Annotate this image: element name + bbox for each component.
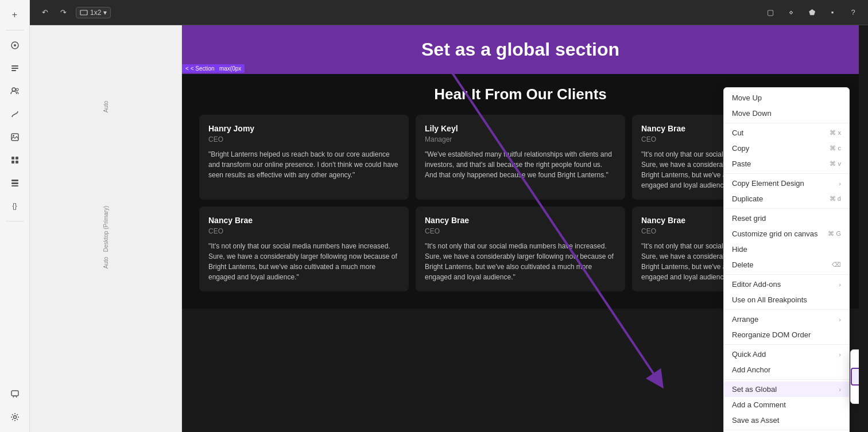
toolbar-history: ↶ ↷ [37, 5, 71, 21]
menu-item-customize-grid[interactable]: Customize grid on canvas ⌘ G [724, 226, 849, 242]
menu-item-paste[interactable]: Paste ⌘ v [724, 156, 849, 172]
submenu-item-footer[interactable]: Footer [851, 386, 859, 401]
help-icon[interactable]: ? [845, 5, 861, 21]
pages-icon[interactable] [5, 58, 25, 79]
submenu-arrow: › [839, 351, 841, 358]
widgets-icon[interactable] [5, 150, 25, 170]
testimonial-card-1: Hanry Jomy CEO "Bright Lanterns helped u… [199, 115, 409, 200]
menu-item-add-comment[interactable]: Add a Comment [724, 397, 849, 412]
svg-point-6 [16, 88, 18, 91]
svg-point-17 [13, 416, 16, 419]
menu-item-delete[interactable]: Delete ⌫ [724, 257, 849, 273]
menu-divider-5 [724, 309, 849, 310]
shortcut: ⌘ v [830, 160, 841, 168]
svg-rect-2 [11, 65, 18, 67]
publish-icon[interactable]: ▪ [824, 5, 840, 21]
menu-item-copy-design[interactable]: Copy Element Design › [724, 176, 849, 191]
menu-item-cut[interactable]: Cut ⌘ x [724, 125, 849, 141]
layers-icon[interactable] [5, 35, 25, 56]
auto-label-2: Auto [103, 101, 109, 113]
path-icon[interactable] [5, 104, 25, 124]
testimonial-card-2: Lily Keyl Manager "We've established man… [416, 115, 625, 200]
redo-button[interactable]: ↷ [55, 5, 71, 21]
menu-item-arrange[interactable]: Arrange › [724, 312, 849, 327]
section-tag[interactable]: < < Section max(0px [182, 64, 245, 73]
svg-point-5 [12, 88, 16, 91]
undo-button[interactable]: ↶ [37, 5, 53, 21]
diamond-icon[interactable]: ⋄ [783, 5, 799, 21]
menu-item-reorganize-dom[interactable]: Reorganize DOM Order [724, 327, 849, 343]
svg-rect-9 [11, 157, 14, 159]
testimonial-text-4: "It's not only that our social media num… [208, 241, 400, 282]
hero-banner: Set as a global section [182, 25, 859, 74]
svg-point-8 [13, 135, 14, 137]
comments-icon[interactable] [5, 384, 25, 404]
svg-rect-14 [11, 182, 18, 184]
menu-label: Editor Add-ons [732, 280, 781, 289]
menu-label: Add Anchor [732, 365, 770, 374]
menu-item-duplicate[interactable]: Duplicate ⌘ d [724, 191, 849, 207]
menu-label: Set as Global [732, 385, 777, 394]
svg-point-1 [14, 44, 16, 46]
testimonial-name-1: Hanry Jomy [208, 124, 400, 133]
menu-label: Hide [732, 245, 747, 254]
left-sidebar: + {} [0, 0, 30, 432]
menu-label: Reorganize DOM Order [732, 330, 811, 339]
users-icon[interactable] [5, 81, 25, 102]
settings-icon[interactable] [5, 407, 25, 427]
menu-divider-2 [724, 173, 849, 174]
menu-label: Use on All Breakpoints [732, 295, 807, 304]
submenu-arrow: › [839, 180, 841, 187]
testimonial-card-4: Nancy Brae CEO "It's not only that our s… [199, 207, 409, 291]
menu-item-set-as-global[interactable]: Set as Global › [724, 382, 849, 397]
testimonial-role-2: Manager [425, 135, 616, 143]
submenu-item-section[interactable]: Section [851, 368, 859, 386]
set-as-global-submenu: Header Section Footer [850, 349, 859, 404]
menu-divider-4 [724, 274, 849, 275]
menu-item-move-down[interactable]: Move Down [724, 106, 849, 121]
testimonial-text-5: "It's not only that our social media num… [425, 241, 616, 282]
menu-label: Move Up [732, 94, 762, 102]
chevron-down-icon: ▾ [103, 9, 107, 17]
submenu-item-header[interactable]: Header [851, 352, 859, 368]
menu-divider-8 [724, 430, 849, 430]
testimonial-name-5: Nancy Brae [425, 216, 616, 225]
testimonial-role-4: CEO [208, 227, 400, 235]
menu-item-use-all-breakpoints[interactable]: Use on All Breakpoints [724, 292, 849, 308]
submenu-arrow: › [839, 386, 841, 393]
menu-item-save-as-asset[interactable]: Save as Asset [724, 412, 849, 428]
canvas: Set as a global section < < Section max(… [182, 25, 859, 432]
add-icon[interactable]: + [5, 5, 25, 25]
menu-label: Add a Comment [732, 400, 786, 409]
menu-item-add-anchor[interactable]: Add Anchor [724, 362, 849, 377]
testimonial-text-1: "Bright Lanterns helped us reach back to… [208, 149, 400, 180]
code-icon[interactable]: {} [5, 196, 25, 216]
testimonial-text-2: "We've established many fruitful relatio… [425, 149, 616, 180]
menu-item-copy[interactable]: Copy ⌘ c [724, 141, 849, 156]
svg-rect-12 [16, 161, 18, 164]
main-area: ↶ ↷ 1x2 ▾ ▢ ⋄ ⬟ ▪ ? Desktop (Primary) Au… [30, 0, 868, 432]
viewport-label-rotated: Desktop (Primary) [103, 205, 109, 252]
menu-item-editor-addons[interactable]: Editor Add-ons › [724, 277, 849, 292]
menu-label: Paste [732, 159, 751, 168]
sidebar-divider [6, 30, 24, 30]
menu-item-quick-add[interactable]: Quick Add › [724, 347, 849, 362]
sidebar-divider-2 [6, 221, 24, 221]
svg-rect-15 [11, 185, 18, 186]
menu-item-hide[interactable]: Hide [724, 242, 849, 257]
viewport-selector[interactable]: 1x2 ▾ [76, 7, 111, 18]
menu-item-reset-grid[interactable]: Reset grid [724, 211, 849, 226]
shape-icon[interactable]: ⬟ [804, 5, 820, 21]
image-icon[interactable] [5, 127, 25, 147]
context-menu: Move Up Move Down Cut ⌘ x Copy ⌘ c Paste… [723, 87, 850, 432]
testimonial-role-5: CEO [425, 227, 616, 235]
menu-label: Cut [732, 129, 743, 137]
preview-icon[interactable]: ▢ [762, 5, 778, 21]
menu-item-move-up[interactable]: Move Up [724, 90, 849, 106]
canvas-wrapper: Desktop (Primary) Auto Auto Set as a glo… [30, 25, 868, 432]
shortcut: ⌘ d [830, 195, 841, 203]
auto-label: Auto [103, 257, 109, 269]
grid-icon[interactable] [5, 173, 25, 193]
shortcut: ⌘ G [828, 230, 841, 238]
svg-rect-10 [16, 157, 18, 159]
